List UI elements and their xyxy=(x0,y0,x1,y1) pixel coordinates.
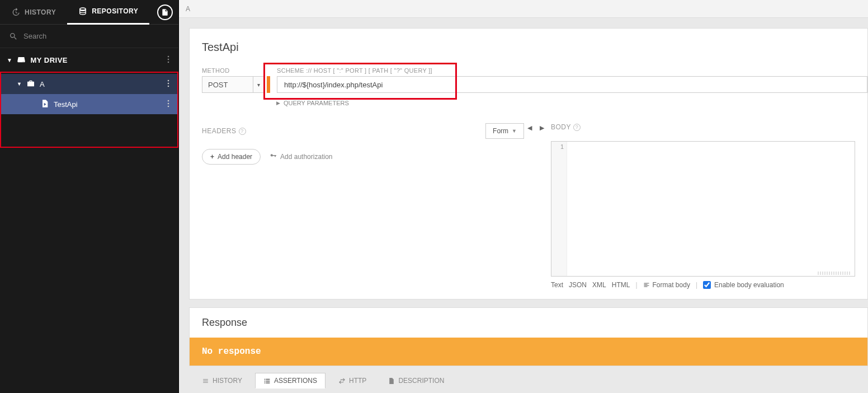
svg-point-7 xyxy=(168,102,169,104)
plus-icon: + xyxy=(210,153,214,161)
method-label: METHOD xyxy=(202,67,265,74)
dropdown-arrow-icon: ▾ xyxy=(253,77,264,92)
sidebar-search[interactable]: Search xyxy=(0,25,178,48)
divider: | xyxy=(696,281,697,289)
format-xml[interactable]: XML xyxy=(592,281,606,289)
query-parameters-toggle[interactable]: ▶ QUERY PARAMETERS xyxy=(190,100,867,106)
body-label: BODY ? xyxy=(551,123,581,131)
editor-area[interactable] xyxy=(567,142,855,276)
enable-body-eval-checkbox[interactable]: Enable body evaluation xyxy=(703,281,784,289)
content: TestApi METHOD POST ▾ SCHEME :// HOST [ … xyxy=(179,18,868,393)
btab-description[interactable]: DESCRIPTION xyxy=(379,373,452,389)
method-select[interactable]: POST ▾ xyxy=(202,76,265,93)
file-play-icon xyxy=(40,99,49,110)
line-number: 1 xyxy=(551,143,564,150)
sidebar-project-item[interactable]: ▼ A xyxy=(1,74,177,94)
tab-history[interactable]: HISTORY xyxy=(0,0,67,25)
response-title: Response xyxy=(190,308,867,338)
eval-checkbox-input[interactable] xyxy=(703,281,711,289)
sidebar: HISTORY REPOSITORY Search ▼ MY DRIVE xyxy=(0,0,179,393)
format-body-button[interactable]: Format body xyxy=(643,281,690,289)
url-label: SCHEME :// HOST [ ":" PORT ] [ PATH [ "?… xyxy=(277,67,867,74)
svg-point-3 xyxy=(168,79,169,81)
help-icon[interactable]: ? xyxy=(239,128,246,135)
request-row: METHOD POST ▾ SCHEME :// HOST [ ":" PORT… xyxy=(190,67,867,93)
caret-down-icon: ▼ xyxy=(512,128,517,134)
svg-point-1 xyxy=(168,58,169,60)
format-text[interactable]: Text xyxy=(551,281,563,289)
headers-section-head: HEADERS ? Form ▼ xyxy=(202,123,524,139)
new-request-button[interactable] xyxy=(157,4,173,20)
request-card: TestApi METHOD POST ▾ SCHEME :// HOST [ … xyxy=(189,28,868,300)
btab-history[interactable]: HISTORY xyxy=(194,373,251,389)
drive-icon xyxy=(17,55,26,66)
body-toolbar: Text JSON XML HTML | Format body | xyxy=(551,281,855,289)
tab-history-label: HISTORY xyxy=(25,8,56,16)
send-indicator[interactable] xyxy=(267,76,270,93)
help-icon[interactable]: ? xyxy=(573,124,581,131)
headers-column: HEADERS ? Form ▼ + Add header xyxy=(202,123,532,289)
url-input[interactable] xyxy=(277,76,867,93)
chevron-right-icon: ▶ xyxy=(276,100,280,106)
request-more-button[interactable] xyxy=(165,97,172,111)
svg-point-5 xyxy=(168,85,169,87)
breadcrumb-item[interactable]: A xyxy=(186,5,190,13)
headers-body-row: HEADERS ? Form ▼ + Add header xyxy=(190,123,867,289)
divider: | xyxy=(635,281,637,289)
mydrive-more-button[interactable] xyxy=(165,53,172,67)
main-pane: A TestApi METHOD POST ▾ SCHEME :// HOST … xyxy=(179,0,868,393)
doc-icon xyxy=(388,377,395,385)
resize-handle[interactable] xyxy=(818,272,851,275)
list-icon xyxy=(202,377,209,385)
btab-assertions[interactable]: ASSERTIONS xyxy=(255,373,326,389)
more-vert-icon xyxy=(167,100,169,107)
svg-point-6 xyxy=(168,100,169,101)
tab-repository-label: REPOSITORY xyxy=(92,7,138,15)
clock-icon xyxy=(11,8,20,17)
project-more-button[interactable] xyxy=(165,77,172,91)
app-root: HISTORY REPOSITORY Search ▼ MY DRIVE xyxy=(0,0,868,393)
briefcase-icon xyxy=(26,79,35,90)
project-label: A xyxy=(40,80,45,88)
format-html[interactable]: HTML xyxy=(612,281,630,289)
collapse-arrows: ◀ ▶ xyxy=(527,124,544,132)
sidebar-section-mydrive[interactable]: ▼ MY DRIVE xyxy=(0,48,178,72)
add-header-button[interactable]: + Add header xyxy=(202,149,261,165)
request-label: TestApi xyxy=(54,100,78,109)
check-list-icon xyxy=(263,377,271,385)
svg-point-0 xyxy=(168,55,169,57)
search-placeholder: Search xyxy=(23,32,46,40)
btab-http[interactable]: HTTP xyxy=(330,373,375,389)
url-block: SCHEME :// HOST [ ":" PORT ] [ PATH [ "?… xyxy=(277,67,867,93)
sidebar-tabs: HISTORY REPOSITORY xyxy=(0,0,178,25)
response-card: Response No response xyxy=(189,307,868,366)
breadcrumb: A xyxy=(179,0,868,18)
more-vert-icon xyxy=(167,55,169,63)
align-icon xyxy=(643,282,650,288)
add-authorization-button[interactable]: Add authorization xyxy=(270,152,332,161)
chevron-down-icon: ▼ xyxy=(17,81,22,87)
swap-icon xyxy=(338,377,346,385)
method-block: METHOD POST ▾ xyxy=(202,67,265,93)
headers-format-button[interactable]: Form ▼ xyxy=(485,123,524,139)
request-title: TestApi xyxy=(190,41,867,54)
database-icon xyxy=(78,7,87,16)
sidebar-request-item[interactable]: TestApi xyxy=(1,94,177,114)
header-actions: + Add header Add authorization xyxy=(202,149,524,165)
body-editor[interactable]: 1 xyxy=(551,141,855,277)
format-json[interactable]: JSON xyxy=(569,281,587,289)
method-value: POST xyxy=(202,81,253,89)
key-icon xyxy=(270,152,277,161)
tab-repository[interactable]: REPOSITORY xyxy=(67,0,149,25)
file-plus-icon xyxy=(161,8,169,16)
svg-point-4 xyxy=(168,82,169,84)
no-response-banner: No response xyxy=(190,338,867,366)
headers-label: HEADERS ? xyxy=(202,127,246,135)
collapse-left-button[interactable]: ◀ xyxy=(527,124,532,132)
collapse-right-button[interactable]: ▶ xyxy=(540,124,544,132)
annotation-tree-highlight: ▼ A TestApi xyxy=(0,72,178,148)
query-parameters-label: QUERY PARAMETERS xyxy=(284,100,349,106)
editor-gutter: 1 xyxy=(551,142,567,276)
svg-point-2 xyxy=(168,61,169,63)
svg-point-8 xyxy=(168,105,169,107)
